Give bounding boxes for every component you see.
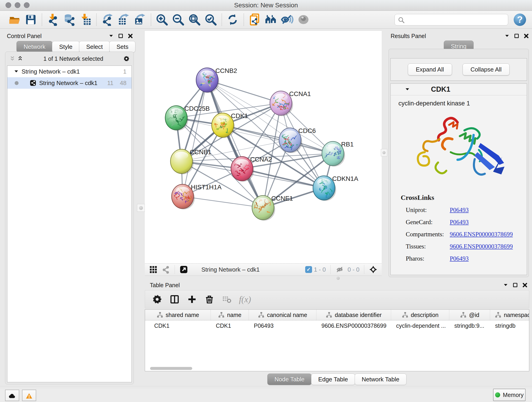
column-header-namespace[interactable]: namespace [490,310,529,320]
panel-maximize-icon[interactable] [513,32,520,40]
network-options-gear-icon[interactable] [123,55,130,63]
gene-section: CDK1 cyclin-dependent kinase 1 [390,83,527,275]
collection-expander-icon[interactable] [12,68,20,75]
cloud-icon [9,392,16,399]
expand-all-networks-icon[interactable] [16,55,24,63]
memory-button[interactable]: Memory [493,389,526,401]
panel-close-icon[interactable] [127,32,134,40]
toolbar-buttons [8,13,313,26]
column-header-canonical-name[interactable]: canonical name [249,310,317,320]
table-row[interactable]: CDK1CDK1P064939606.ENSP00000378699cyclin… [145,320,529,331]
network-node-HIST1H1A[interactable]: HIST1H1A [172,184,222,210]
window-minimize-button[interactable] [15,2,20,8]
open-external-icon[interactable] [179,265,189,274]
crosslink-link[interactable]: P06493 [450,255,469,262]
cloud-status-button[interactable] [5,390,19,401]
open-in-browser-icon[interactable] [248,13,261,26]
fit-selected-target-icon[interactable] [368,265,378,274]
tab-style[interactable]: Style [52,41,80,52]
add-column-icon[interactable] [187,294,197,305]
table-settings-gear-icon[interactable] [152,294,162,305]
panel-close-icon[interactable] [522,32,530,40]
warnings-button[interactable] [22,390,36,401]
panel-float-icon[interactable] [502,281,510,289]
tab-node-table[interactable]: Node Table [267,374,312,385]
crosslink-link[interactable]: P06493 [450,206,469,214]
left-splitter-handle[interactable] [137,204,145,212]
expand-all-button[interactable]: Expand All [408,64,452,75]
highlight-eye-icon[interactable] [297,13,310,26]
zoom-fit-icon[interactable] [188,13,201,26]
crosslink-link[interactable]: 9606.ENSP00000378699 [450,231,513,238]
search-box[interactable] [394,14,508,26]
share-network-icon[interactable] [161,265,171,274]
tab-sets[interactable]: Sets [109,41,135,52]
panel-maximize-icon[interactable] [511,281,519,289]
table-cell: P06493 [249,322,317,329]
tab-edge-table[interactable]: Edge Table [311,374,355,385]
zoom-in-icon[interactable] [155,13,168,26]
network-node-CCNB1[interactable]: CCNB1 [171,148,211,174]
window-zoom-button[interactable] [24,2,30,8]
help-button[interactable]: ? [514,13,526,26]
network-collection-row[interactable]: String Network – cdk1 1 [7,66,132,77]
section-expander-icon[interactable] [404,85,411,93]
table-cell: stringdb:9... [449,322,490,329]
network-node-CCNE1[interactable]: CCNE1 [252,195,293,221]
column-header-description[interactable]: description [391,310,449,320]
zoom-selected-icon[interactable] [204,13,217,26]
hidden-eye-icon[interactable] [335,265,344,274]
export-image-icon[interactable] [133,13,146,26]
panel-close-icon[interactable] [521,281,529,289]
panel-maximize-icon[interactable] [117,32,125,40]
column-header--id[interactable]: @id [449,310,490,320]
import-network-database-icon[interactable] [62,13,76,26]
crosslink-row: Compartments:9606.ENSP00000378699 [406,231,527,238]
window-close-button[interactable] [6,2,11,8]
tab-network[interactable]: Network [17,41,52,52]
warning-icon [26,392,32,399]
import-table-icon[interactable] [79,13,92,26]
collapse-all-button[interactable]: Collapse All [462,64,510,75]
selected-nodes-checkbox[interactable]: ✓ [305,266,312,273]
search-input[interactable] [404,15,505,25]
zoom-out-icon[interactable] [171,13,185,26]
open-session-icon[interactable] [8,13,21,26]
network-row-selected[interactable]: String Network – cdk1 11 48 [7,77,132,89]
show-columns-icon[interactable] [169,294,180,305]
refresh-icon[interactable] [226,13,239,26]
window-titlebar: Session: New Session [0,0,532,11]
crosslink-link[interactable]: 9606.ENSP00000378699 [450,243,513,250]
birdseye-grid-icon[interactable] [148,265,158,274]
network-graph[interactable]: CCNB2CCNA1CDC25BCDK1CDC6RB1CCNB1CCNA2CDK… [145,31,382,264]
crosslinks-list: Uniprot:P06493GeneCard:P06493Compartment… [391,206,527,262]
panel-float-icon[interactable] [107,32,115,40]
home-icon[interactable] [264,13,278,26]
export-table-icon[interactable] [117,13,130,26]
network-node-CDKN1A[interactable]: CDKN1A [313,175,358,201]
network-view-canvas[interactable]: CCNB2CCNA1CDC25BCDK1CDC6RB1CCNB1CCNA2CDK… [145,31,382,263]
tab-network-table[interactable]: Network Table [355,374,406,385]
network-node-RB1[interactable]: RB1 [322,141,354,167]
table-horizontal-scrollbar[interactable] [146,367,529,370]
panel-float-icon[interactable] [503,32,511,40]
toolbar-separator [96,13,97,26]
gene-section-header[interactable]: CDK1 [391,84,527,95]
save-session-icon[interactable] [24,13,37,26]
collapse-all-networks-icon[interactable] [8,55,16,63]
export-network-icon[interactable] [101,13,114,26]
column-header-database-identifier[interactable]: database identifier [317,310,391,320]
import-network-icon[interactable] [46,13,59,26]
tab-select[interactable]: Select [79,41,110,52]
show-hide-graphics-icon[interactable] [280,13,294,26]
collection-label: String Network – cdk1 [22,68,80,75]
network-node-CCNA2[interactable]: CCNA2 [231,156,272,182]
node-table[interactable]: shared namenamecanonical namedatabase id… [145,309,529,371]
column-header-name[interactable]: name [211,310,249,320]
delete-column-icon[interactable] [204,294,215,305]
toolbar-separator [244,13,244,26]
table-cell: CDK1 [145,322,211,329]
column-header-shared-name[interactable]: shared name [145,310,211,320]
results-panel-title: Results Panel [391,33,426,39]
crosslink-link[interactable]: P06493 [450,219,469,226]
